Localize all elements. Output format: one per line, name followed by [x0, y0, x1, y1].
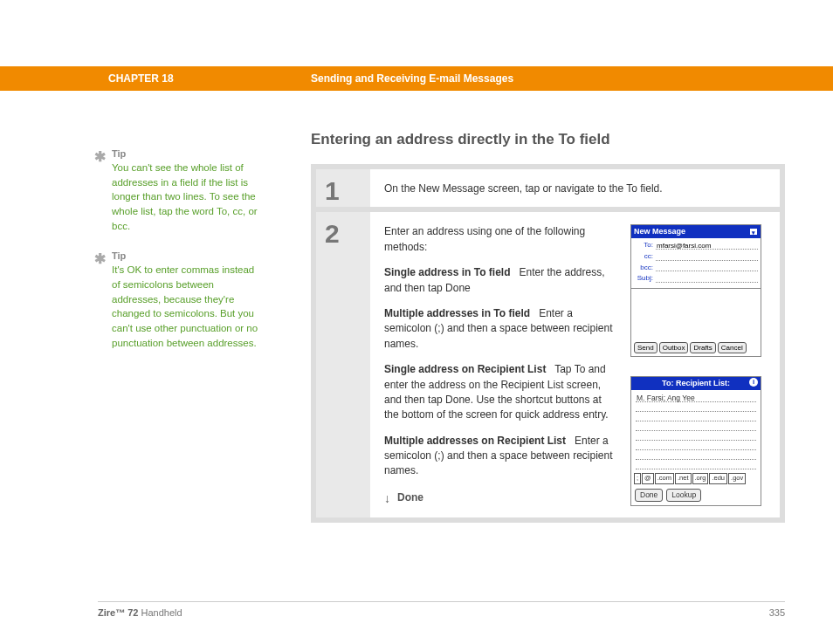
field-label: Subj:	[634, 273, 653, 284]
step-2: 2 Enter an address using one of the foll…	[316, 212, 780, 517]
mock-button: Cancel	[718, 342, 747, 354]
method: Single address in To field Enter the add…	[384, 265, 615, 296]
main-content: Entering an address directly in the To f…	[311, 131, 785, 523]
field-label: bcc:	[634, 263, 653, 273]
asterisk-icon: ✱	[94, 250, 106, 267]
recipient-list-screenshot: To: Recipient List: i M. Farsi; Ang Yee	[630, 376, 761, 505]
field-label: To:	[634, 240, 653, 250]
shortcut-btn: .edu	[709, 473, 727, 484]
tip-text: It's OK to enter commas instead of semic…	[112, 263, 260, 350]
info-icon: i	[749, 378, 758, 387]
blank-line	[636, 460, 756, 469]
field-value	[656, 252, 758, 261]
field-value: mfarsi@farsi.com	[656, 241, 758, 250]
done-label: Done	[397, 490, 423, 505]
recipient-entry: M. Farsi; Ang Yee	[636, 393, 756, 402]
step-intro: Enter an address using one of the follow…	[384, 224, 615, 255]
chapter-title: Sending and Receiving E-mail Messages	[311, 66, 513, 91]
page-footer: Zire™ 72 Handheld 335	[98, 601, 785, 618]
chapter-label: CHAPTER 18	[98, 66, 272, 91]
product-rest: Handheld	[138, 607, 182, 618]
mock-titlebar: To: Recipient List: i	[631, 377, 761, 390]
step-body: On the New Message screen, tap or naviga…	[370, 169, 780, 207]
tip-label: Tip	[112, 148, 260, 159]
method: Multiple addresses on Recipient List Ent…	[384, 434, 615, 479]
method: Single address on Recipient List Tap To …	[384, 362, 615, 423]
blank-line	[636, 412, 756, 421]
tips-sidebar: ✱ Tip You can't see the whole list of ad…	[94, 148, 260, 367]
product-name: Zire™ 72 Handheld	[98, 607, 182, 618]
mock-button: Lookup	[666, 489, 701, 501]
tip-item: ✱ Tip You can't see the whole list of ad…	[94, 148, 260, 233]
step-body: Enter an address using one of the follow…	[370, 212, 780, 517]
mock-button: Done	[635, 489, 663, 501]
step-text: On the New Message screen, tap or naviga…	[384, 182, 663, 195]
mock-button: Outbox	[659, 342, 689, 354]
blank-line	[636, 402, 756, 412]
shortcut-btn: .net	[675, 473, 692, 484]
method-head: Single address in To field	[384, 266, 510, 278]
method-head: Multiple addresses on Recipient List	[384, 435, 566, 447]
method-head: Multiple addresses in To field	[384, 307, 530, 319]
step-1: 1 On the New Message screen, tap or navi…	[316, 169, 780, 207]
shortcut-btn: @	[642, 473, 654, 484]
mock-button: Drafts	[690, 342, 715, 354]
asterisk-icon: ✱	[94, 148, 106, 165]
mock-body	[631, 288, 761, 339]
tip-text: You can't see the whole list of addresse…	[112, 161, 260, 233]
field-value	[656, 274, 758, 283]
method-head: Single address on Recipient List	[384, 363, 546, 375]
steps-container: 1 On the New Message screen, tap or navi…	[311, 164, 785, 523]
shortcut-btn: ;	[634, 473, 641, 484]
page-number: 335	[769, 607, 785, 618]
mock-button: Send	[634, 342, 657, 354]
blank-line	[636, 450, 756, 460]
shortcut-btn: .com	[655, 473, 674, 484]
blank-line	[636, 441, 756, 450]
mock-titlebar: New Message ▾	[631, 225, 761, 238]
mock-title: To: Recipient List:	[662, 379, 730, 387]
tip-label: Tip	[112, 250, 260, 261]
down-arrow-icon: ↓	[384, 490, 390, 507]
new-message-screenshot: New Message ▾ To:mfarsi@farsi.com cc: bc…	[630, 224, 761, 357]
manual-page: CHAPTER 18 Sending and Receiving E-mail …	[0, 0, 833, 644]
blank-line	[636, 431, 756, 441]
step-text-column: Enter an address using one of the follow…	[384, 224, 615, 507]
field-label: cc:	[634, 251, 653, 262]
shortcut-btn: .org	[692, 473, 709, 484]
product-bold: Zire™ 72	[98, 607, 138, 618]
tip-item: ✱ Tip It's OK to enter commas instead of…	[94, 250, 260, 350]
mock-title: New Message	[634, 226, 685, 237]
screenshot-column: New Message ▾ To:mfarsi@farsi.com cc: bc…	[630, 224, 766, 507]
section-title: Entering an address directly in the To f…	[311, 131, 785, 148]
done-indicator: ↓ Done	[384, 490, 615, 507]
dropdown-icon: ▾	[749, 228, 758, 236]
step-number: 1	[316, 169, 370, 207]
step-number: 2	[316, 212, 370, 517]
method: Multiple addresses in To field Enter a s…	[384, 306, 615, 352]
shortcut-btn: .gov	[728, 473, 746, 484]
blank-line	[636, 421, 756, 431]
field-value	[656, 263, 758, 271]
